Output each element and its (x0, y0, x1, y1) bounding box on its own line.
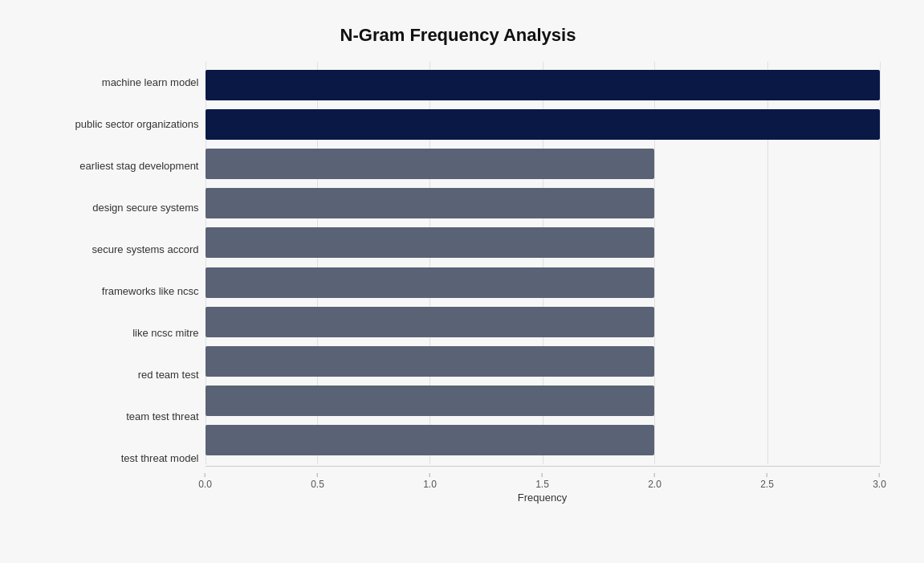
bar (206, 346, 655, 377)
bar-row (206, 105, 880, 145)
bars-and-x: 0.00.51.01.52.02.53.0 Frequency (206, 62, 880, 504)
y-label: frameworks like ncsc (37, 285, 199, 298)
bar (206, 307, 655, 337)
x-tick: 1.5 (535, 473, 549, 490)
y-label: public sector organizations (37, 118, 199, 131)
bar (206, 267, 655, 298)
bar (206, 386, 655, 416)
x-tick: 2.0 (648, 473, 661, 490)
bar (206, 188, 655, 218)
bar (206, 425, 655, 455)
x-tick: 0.5 (311, 473, 324, 490)
x-axis-label: Frequency (206, 492, 880, 504)
chart-title: N-Gram Frequency Analysis (37, 25, 880, 46)
x-tick: 0.0 (198, 473, 212, 490)
x-axis: 0.00.51.01.52.02.53.0 (206, 466, 880, 490)
bar (206, 149, 655, 179)
bar-row (206, 66, 880, 105)
y-label: like ncsc mitre (37, 327, 199, 340)
y-label: machine learn model (37, 76, 199, 89)
bar-row (206, 184, 880, 223)
bar-row (206, 341, 880, 381)
y-label: red team test (37, 369, 199, 381)
x-tick: 3.0 (873, 473, 886, 490)
y-labels: machine learn modelpublic sector organiz… (37, 62, 206, 504)
bar-row (206, 263, 880, 302)
grid-line (880, 62, 881, 464)
y-label: team test threat (37, 410, 199, 423)
bar (206, 70, 880, 100)
chart-area: machine learn modelpublic sector organiz… (37, 62, 880, 504)
bar-row (206, 420, 880, 459)
bars-area (206, 62, 880, 464)
x-tick: 2.5 (760, 473, 774, 490)
bar-row (206, 381, 880, 420)
y-label: test threat model (37, 452, 199, 465)
bar (206, 109, 880, 140)
x-tick: 1.0 (423, 473, 437, 490)
bar (206, 227, 655, 258)
y-label: earliest stag development (37, 160, 199, 173)
bars-wrapper (206, 62, 880, 464)
bar-row (206, 223, 880, 263)
chart-container: N-Gram Frequency Analysis machine learn … (21, 9, 904, 555)
bar-row (206, 302, 880, 341)
y-label: design secure systems (37, 202, 199, 214)
y-label: secure systems accord (37, 243, 199, 256)
bar-row (206, 145, 880, 184)
